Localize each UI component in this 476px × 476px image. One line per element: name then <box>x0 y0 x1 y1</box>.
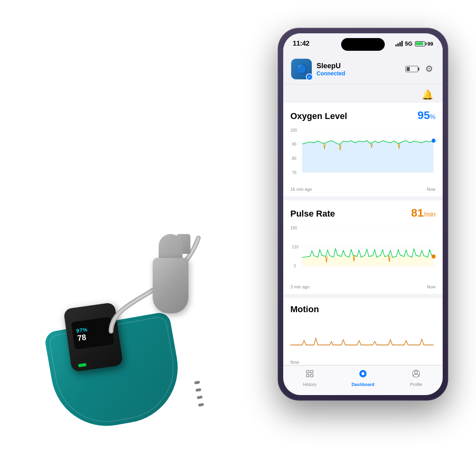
device-hr-display: 78 <box>77 333 86 343</box>
tab-history[interactable]: History <box>294 369 326 387</box>
pulse-chart-header: Pulse Rate 81/min <box>290 207 436 219</box>
pulse-chart-svg: 150 110 3 <box>290 223 436 283</box>
svg-text:90: 90 <box>292 142 296 146</box>
motion-chart-svg <box>290 319 436 358</box>
battery-icon: 99 <box>415 41 433 47</box>
oxygen-time-end: Now <box>427 187 436 192</box>
pulse-value: 81/min <box>411 207 436 219</box>
connection-status-label: Connected <box>317 70 345 77</box>
motion-section: Motion Now <box>283 298 443 369</box>
battery-body <box>415 41 425 46</box>
svg-point-8 <box>432 138 436 143</box>
svg-text:70: 70 <box>292 171 296 175</box>
pulse-time-row: 3 min ago Now <box>290 284 436 289</box>
oxygen-time-row: 16 min ago Now <box>290 187 436 192</box>
motion-title: Motion <box>290 304 319 315</box>
settings-icon[interactable]: ⚙ <box>424 63 435 75</box>
battery-fill <box>416 42 423 45</box>
device-battery-bar <box>78 363 86 367</box>
oxygen-section: Oxygen Level 95% <box>283 103 443 196</box>
svg-rect-20 <box>311 374 313 377</box>
device-module: 97% 78 <box>63 302 123 372</box>
scene: 97% 78 11:42 <box>20 20 456 456</box>
oxygen-chart-container: 100 90 80 70 <box>290 126 436 185</box>
device-battery-tip <box>418 67 419 71</box>
app-icon-badge: ✓ <box>306 73 313 81</box>
device-battery-icon <box>405 66 418 72</box>
signal-type-label: 5G <box>405 40 413 47</box>
phone: 11:42 5G 99 <box>278 28 448 401</box>
motion-chart-container <box>290 319 436 358</box>
motion-time-end: Now <box>290 360 299 365</box>
band-hole <box>198 403 204 407</box>
tab-profile[interactable]: Profile <box>400 369 432 387</box>
band-hole <box>196 388 202 392</box>
header-app-info: SleepU Connected <box>317 62 345 77</box>
pulse-time-start: 3 min ago <box>290 284 309 289</box>
app-header: 🔵 ✓ SleepU Connected ⚙ <box>283 54 443 84</box>
phone-screen: 11:42 5G 99 <box>283 33 443 395</box>
wristband-container: 97% 78 <box>28 226 210 432</box>
app-icon: 🔵 ✓ <box>291 59 312 79</box>
svg-text:150: 150 <box>290 226 297 230</box>
bell-icon[interactable]: 🔔 <box>421 88 434 101</box>
battery-tip <box>426 42 426 45</box>
status-icons: 5G 99 <box>395 40 433 47</box>
app-content[interactable]: 🔔 Oxygen Level 95% <box>283 84 443 372</box>
profile-tab-label: Profile <box>410 382 422 387</box>
band-hole <box>197 395 203 399</box>
clip-body <box>153 258 188 313</box>
device-battery-fill <box>407 67 410 71</box>
band-hole <box>194 381 200 384</box>
signal-bars-icon <box>395 41 403 46</box>
oxygen-chart-svg: 100 90 80 70 <box>290 126 436 185</box>
svg-text:3: 3 <box>294 264 296 268</box>
app-name-label: SleepU <box>317 62 345 70</box>
dashboard-tab-label: Dashboard <box>351 382 374 387</box>
svg-rect-18 <box>311 370 313 373</box>
tab-dashboard[interactable]: Dashboard <box>347 369 379 387</box>
pulse-chart-container: 150 110 3 <box>290 223 436 283</box>
header-left: 🔵 ✓ SleepU Connected <box>291 59 345 79</box>
oxygen-time-start: 16 min ago <box>290 187 312 192</box>
header-right: ⚙ <box>405 63 435 75</box>
svg-text:80: 80 <box>292 156 296 160</box>
history-tab-icon <box>305 369 314 380</box>
notification-bell-row: 🔔 <box>283 84 443 103</box>
status-bar: 11:42 5G 99 <box>283 33 443 54</box>
svg-point-15 <box>432 254 436 259</box>
pulse-section: Pulse Rate 81/min 150 <box>283 200 443 294</box>
finger-clip <box>147 234 194 313</box>
svg-point-23 <box>415 371 417 374</box>
motion-time-row: Now <box>290 360 436 365</box>
motion-chart-header: Motion <box>290 304 436 315</box>
svg-point-22 <box>361 372 364 375</box>
svg-rect-19 <box>307 374 309 377</box>
oxygen-chart-header: Oxygen Level 95% <box>290 109 436 122</box>
svg-text:100: 100 <box>290 128 297 132</box>
svg-rect-17 <box>307 370 309 373</box>
oxygen-value: 95% <box>418 109 436 122</box>
battery-percent: 99 <box>428 41 433 47</box>
history-tab-label: History <box>303 382 317 387</box>
profile-tab-icon <box>412 369 420 380</box>
dashboard-tab-icon <box>359 369 367 380</box>
dynamic-island <box>341 38 385 51</box>
pulse-title: Pulse Rate <box>290 209 335 219</box>
oxygen-title: Oxygen Level <box>290 111 347 121</box>
pulse-time-end: Now <box>427 284 436 289</box>
status-time: 11:42 <box>293 40 309 48</box>
tab-bar: History Dashboard <box>283 365 443 395</box>
device-screen: 97% 78 <box>71 317 114 349</box>
svg-text:110: 110 <box>292 245 299 249</box>
